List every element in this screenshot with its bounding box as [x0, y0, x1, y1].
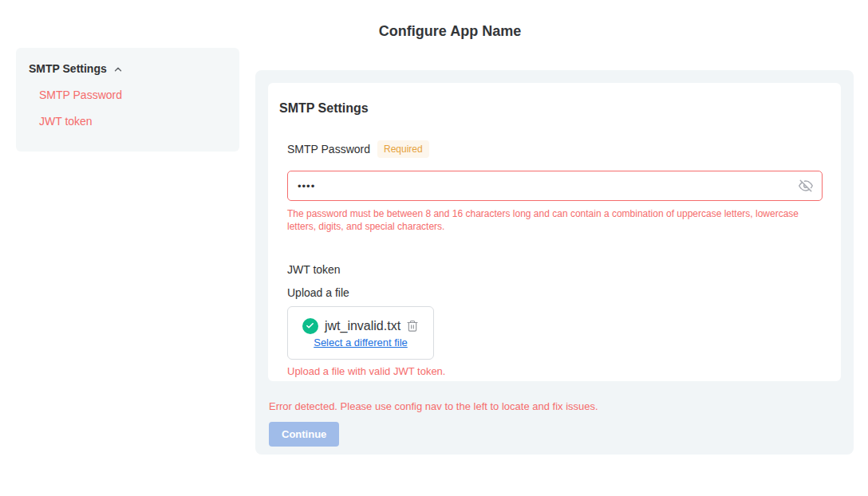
page-title: Configure App Name [32, 23, 868, 40]
trash-icon[interactable] [406, 319, 419, 333]
uploaded-file-name: jwt_invalid.txt [325, 319, 400, 333]
form-section: SMTP Password Required The passwor [287, 140, 830, 377]
config-nav-sidebar: SMTP Settings SMTP Password JWT token [16, 48, 239, 152]
uploaded-file-box: jwt_invalid.txt Select a different fil [287, 306, 434, 360]
sidebar-item-smtp-password[interactable]: SMTP Password [39, 89, 227, 101]
configure-app-page: Configure App Name SMTP Settings SMTP Pa… [0, 0, 868, 496]
smtp-password-helper-text: The password must be between 8 and 16 ch… [287, 207, 818, 233]
eye-off-icon[interactable] [799, 179, 813, 193]
smtp-password-input-wrap [287, 171, 823, 201]
card-title: SMTP Settings [279, 101, 830, 116]
sidebar-section-label: SMTP Settings [29, 62, 107, 75]
smtp-password-label: SMTP Password [287, 143, 370, 155]
smtp-password-input[interactable] [298, 180, 799, 192]
sidebar-section-smtp-settings[interactable]: SMTP Settings [29, 62, 227, 75]
upload-file-label: Upload a file [287, 286, 830, 299]
check-circle-icon [302, 318, 318, 334]
required-badge: Required [377, 140, 429, 158]
form-error-message: Error detected. Please use config nav to… [269, 400, 841, 412]
settings-panel: SMTP Settings SMTP Password Required [255, 70, 854, 455]
smtp-settings-card: SMTP Settings SMTP Password Required [268, 83, 841, 381]
jwt-token-label: JWT token [287, 263, 830, 276]
select-different-file-link[interactable]: Select a different file [314, 337, 408, 348]
uploaded-file-row: jwt_invalid.txt [302, 318, 419, 334]
sidebar-item-jwt-token[interactable]: JWT token [39, 115, 227, 128]
jwt-token-error-text: Upload a file with valid JWT token. [287, 365, 830, 377]
continue-button[interactable]: Continue [269, 422, 339, 447]
smtp-password-label-row: SMTP Password Required [287, 140, 830, 158]
chevron-up-icon [112, 64, 124, 75]
